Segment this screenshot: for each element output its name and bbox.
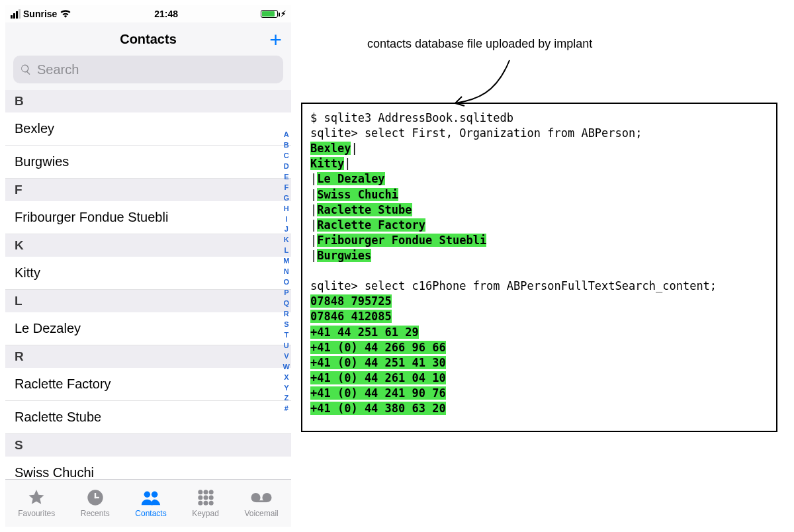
index-letter[interactable]: S xyxy=(283,320,290,330)
term-phone: +41 (0) 44 380 63 20 xyxy=(310,402,446,415)
clock: 21:48 xyxy=(154,9,178,19)
tab-voicemail[interactable]: Voicemail xyxy=(244,488,278,518)
term-first: Bexley xyxy=(310,142,351,155)
svg-point-8 xyxy=(198,496,202,500)
carrier-label: Sunrise xyxy=(23,9,57,19)
contact-row[interactable]: Kitty xyxy=(5,257,291,290)
charging-icon: ⚡︎ xyxy=(281,9,286,19)
index-letter[interactable]: P xyxy=(283,288,290,298)
index-letter[interactable]: M xyxy=(283,256,290,267)
term-org: Raclette Stube xyxy=(317,203,412,216)
contact-row[interactable]: Bexley xyxy=(5,112,291,146)
index-letter[interactable]: O xyxy=(283,277,290,288)
index-letter[interactable]: F xyxy=(283,183,290,193)
index-letter[interactable]: I xyxy=(283,214,290,225)
contact-row[interactable]: Raclette Factory xyxy=(5,368,291,401)
contacts-icon xyxy=(140,488,161,507)
page-title: Contacts xyxy=(120,32,177,47)
tab-label: Voicemail xyxy=(244,509,278,518)
section-header: B xyxy=(5,90,291,112)
section-header: S xyxy=(5,434,291,457)
term-phone: +41 (0) 44 266 96 66 xyxy=(310,341,446,354)
add-contact-button[interactable]: + xyxy=(269,29,282,50)
status-bar: Sunrise 21:48 ⚡︎ xyxy=(5,5,291,22)
index-letter[interactable]: A xyxy=(283,130,290,140)
ios-phone-frame: Sunrise 21:48 ⚡︎ Contacts + Search B Bex… xyxy=(5,5,291,527)
index-letter[interactable]: Z xyxy=(283,393,290,404)
search-icon xyxy=(20,64,32,75)
section-header: K xyxy=(5,234,291,257)
svg-point-3 xyxy=(144,492,150,498)
index-letter[interactable]: N xyxy=(283,267,290,277)
tab-keypad[interactable]: Keypad xyxy=(192,488,219,518)
index-letter[interactable]: W xyxy=(283,362,290,373)
tab-favourites[interactable]: Favourites xyxy=(18,488,55,518)
index-letter[interactable]: B xyxy=(283,140,290,151)
svg-point-14 xyxy=(252,494,259,501)
star-icon xyxy=(26,488,47,507)
signal-icon xyxy=(11,9,21,19)
tab-label: Keypad xyxy=(192,509,219,518)
annotation-arrow-icon xyxy=(443,57,516,110)
index-letter[interactable]: G xyxy=(283,193,290,204)
term-line: $ sqlite3 AddressBook.sqlitedb xyxy=(310,111,513,124)
term-line: sqlite> select First, Organization from … xyxy=(310,126,642,140)
term-phone: +41 44 251 61 29 xyxy=(310,326,419,339)
battery-icon xyxy=(261,10,278,18)
contacts-list[interactable]: B Bexley Burgwies F Fribourger Fondue St… xyxy=(5,90,291,479)
term-phone: 07846 412085 xyxy=(310,310,392,323)
index-letter[interactable]: R xyxy=(283,309,290,320)
index-letter[interactable]: L xyxy=(283,245,290,256)
index-letter[interactable]: U xyxy=(283,341,290,351)
tab-recents[interactable]: Recents xyxy=(81,488,110,518)
tab-contacts[interactable]: Contacts xyxy=(135,488,166,518)
svg-point-6 xyxy=(203,490,208,494)
svg-point-9 xyxy=(203,496,208,500)
section-header: L xyxy=(5,290,291,312)
alphabet-index[interactable]: ABCDEFGHIJKLMNOPQRSTUVWXYZ# xyxy=(283,130,290,414)
nav-bar: Contacts + xyxy=(5,22,291,56)
search-placeholder: Search xyxy=(37,62,79,77)
contact-row[interactable]: Burgwies xyxy=(5,146,291,179)
term-phone: +41 (0) 44 261 04 10 xyxy=(310,371,446,384)
term-phone: +41 (0) 44 241 90 76 xyxy=(310,386,446,400)
search-input[interactable]: Search xyxy=(13,56,283,83)
term-org: Raclette Factory xyxy=(317,218,425,232)
index-letter[interactable]: V xyxy=(283,351,290,362)
index-letter[interactable]: H xyxy=(283,204,290,214)
terminal-output: $ sqlite3 AddressBook.sqlitedb sqlite> s… xyxy=(301,103,777,432)
svg-point-12 xyxy=(203,501,208,506)
term-org: Fribourger Fondue Stuebli xyxy=(317,234,486,247)
section-header: R xyxy=(5,345,291,368)
annotation-caption: contacts database file uploaded by impla… xyxy=(367,37,592,51)
index-letter[interactable]: T xyxy=(283,330,290,341)
index-letter[interactable]: Q xyxy=(283,298,290,309)
term-line: sqlite> select c16Phone from ABPersonFul… xyxy=(310,279,717,292)
tab-label: Contacts xyxy=(135,509,166,518)
term-org: Swiss Chuchi xyxy=(317,188,398,201)
index-letter[interactable]: J xyxy=(283,224,290,235)
tab-bar: Favourites Recents Contacts Keypad xyxy=(5,479,291,527)
contact-row[interactable]: Fribourger Fondue Stuebli xyxy=(5,201,291,234)
section-header: F xyxy=(5,179,291,201)
index-letter[interactable]: C xyxy=(283,151,290,161)
term-phone: 07848 795725 xyxy=(310,294,392,308)
term-phone: +41 (0) 44 251 41 30 xyxy=(310,356,446,369)
index-letter[interactable]: Y xyxy=(283,383,290,394)
index-letter[interactable]: # xyxy=(283,404,290,414)
index-letter[interactable]: X xyxy=(283,373,290,383)
svg-rect-2 xyxy=(95,497,99,498)
index-letter[interactable]: K xyxy=(283,235,290,245)
clock-icon xyxy=(85,488,106,507)
index-letter[interactable]: D xyxy=(283,161,290,172)
svg-point-10 xyxy=(208,496,213,500)
svg-point-13 xyxy=(208,501,213,506)
contact-row[interactable]: Swiss Chuchi xyxy=(5,457,291,479)
contact-row[interactable]: Raclette Stube xyxy=(5,401,291,434)
term-org: Burgwies xyxy=(317,249,371,262)
svg-point-5 xyxy=(198,490,202,494)
index-letter[interactable]: E xyxy=(283,172,290,183)
wifi-icon xyxy=(60,9,71,20)
contact-row[interactable]: Le Dezaley xyxy=(5,312,291,345)
svg-point-11 xyxy=(198,501,202,506)
